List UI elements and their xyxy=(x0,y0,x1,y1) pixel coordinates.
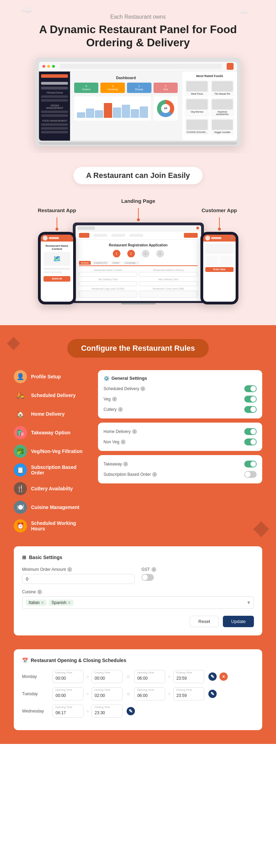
hero-section: Each Restaurant owns A Dynamic Restauran… xyxy=(0,0,276,153)
tag-spanish-remove[interactable]: × xyxy=(68,600,71,605)
toggle-cutlery[interactable] xyxy=(244,406,257,413)
feature-takeaway: 🛍️ Takeaway Option xyxy=(14,426,90,439)
hero-subtitle: Each Restaurant owns xyxy=(21,14,255,20)
info-subscription[interactable]: i xyxy=(152,472,157,477)
toggle-subscription[interactable] xyxy=(244,471,257,478)
toggle-veg[interactable] xyxy=(244,396,257,403)
schedule-card: 📅 Restaurant Opening & Closing Schedules… xyxy=(14,649,262,730)
pie-mock: 85 xyxy=(154,96,178,121)
field-input-3[interactable] xyxy=(79,281,137,286)
feature-icon-veg: 🥦 xyxy=(14,445,27,458)
info-non-veg[interactable]: i xyxy=(121,440,126,444)
day-wednesday: Wednesday xyxy=(22,709,50,714)
info-veg[interactable]: i xyxy=(112,397,117,402)
cloud-icon-2: ☁️ xyxy=(239,7,248,16)
tuesday-slot-1-open: Opening Time xyxy=(52,687,83,700)
feature-text-veg: Veg/Non-Veg Filtration xyxy=(31,449,82,454)
label-open-1: Opening Time xyxy=(55,671,72,674)
most-rated-title: Most Rated Foods xyxy=(185,74,234,78)
sidebar-section-label-2: ORDER MANAGEMENT xyxy=(41,104,68,109)
toggle-home-delivery[interactable] xyxy=(244,428,257,435)
basic-settings-header: ⊞ Basic Settings xyxy=(22,555,254,560)
decor-element-1: ◆ xyxy=(7,332,20,352)
arrow-customer xyxy=(219,217,220,228)
info-takeaway[interactable]: i xyxy=(123,462,128,466)
customer-app-label: Customer App xyxy=(201,207,237,213)
bar-7 xyxy=(131,109,139,117)
field-input-6[interactable] xyxy=(139,291,198,298)
home-delivery-label-text: Home Delivery xyxy=(103,429,131,434)
info-scheduled-delivery[interactable]: i xyxy=(140,386,145,391)
features-list: 👤 Profile Setup 🛵 Scheduled Delivery 🏠 H… xyxy=(14,370,90,532)
customer-app-column: Customer App 🛒 xyxy=(200,207,238,304)
form-title-mock: Restaurant Registration Application xyxy=(79,243,198,247)
configure-title-wrap: Configure the Restaurant Rules xyxy=(7,339,269,358)
laptop-screen-area: PROMOTIONS ORDER MANAGEMENT FOOD MANAGEM… xyxy=(39,62,237,141)
info-gst[interactable]: i xyxy=(151,567,156,572)
field-input-4[interactable] xyxy=(139,281,198,286)
scheduled-delivery-label-text: Scheduled Delivery xyxy=(103,386,139,391)
monday-close-1-wrap: Closing Time xyxy=(91,670,122,683)
field-label-5: Restaurant Logo (max 512KB) xyxy=(79,287,137,290)
toggle-scheduled-delivery[interactable] xyxy=(244,385,257,392)
field-logo-wrap: Restaurant Logo (max 512KB) xyxy=(79,287,137,298)
label-non-veg: Non Veg i xyxy=(103,440,126,444)
info-cutlery[interactable]: i xyxy=(118,407,123,412)
wednesday-open-1-wrap: Opening Time xyxy=(52,705,83,718)
landing-page-column: Landing Page xyxy=(73,198,204,304)
field-min-wrap: Min Delivery Time xyxy=(79,278,137,286)
cuisine-tags-input[interactable]: Italian × Spanish × ▾ xyxy=(22,596,254,609)
settings-icon: ⚙️ xyxy=(103,376,109,381)
general-title-text: General Settings xyxy=(111,376,147,381)
landing-laptop-mockup: Restaurant Registration Application 1 2 … xyxy=(73,223,204,301)
feature-icon-cuisine: 🍽️ xyxy=(14,501,27,514)
field-input-1[interactable] xyxy=(79,272,137,277)
tue-label-close-2: Closing Time xyxy=(176,688,192,691)
info-cuisine[interactable]: i xyxy=(37,589,42,594)
row-scheduled-delivery: Scheduled Delivery i xyxy=(103,385,257,392)
feature-icon-profile: 👤 xyxy=(14,370,27,383)
cloud-icon-1: ☁️ xyxy=(21,3,33,15)
reset-button[interactable]: Reset xyxy=(190,616,219,627)
min-order-input[interactable] xyxy=(22,574,135,584)
tab-mock xyxy=(78,226,95,230)
stat-cooking: 3Cooking xyxy=(100,83,125,93)
field-input-5[interactable] xyxy=(79,291,137,298)
feature-veg: 🥦 Veg/Non-Veg Filtration xyxy=(14,445,90,458)
decor-element-2: ◆ xyxy=(253,515,269,539)
bar-5 xyxy=(113,107,121,118)
toggle-takeaway[interactable] xyxy=(244,461,257,468)
monday-edit-btn[interactable]: ✎ xyxy=(208,672,217,681)
bar-6 xyxy=(122,105,130,118)
url-bar xyxy=(60,64,222,69)
toggle-gst[interactable] xyxy=(141,574,154,581)
label-subscription: Subscription Based Order i xyxy=(103,472,157,477)
info-min-order[interactable]: i xyxy=(67,567,72,572)
wednesday-edit-btn[interactable]: ✎ xyxy=(127,707,135,715)
field-label-3: Min Delivery Time xyxy=(79,278,137,281)
tuesday-edit-btn[interactable]: ✎ xyxy=(208,690,217,698)
home-delivery-card: Home Delivery i Non Veg i xyxy=(98,423,262,451)
info-home-delivery[interactable]: i xyxy=(132,429,137,434)
tuesday-open-2-wrap: Opening Time xyxy=(134,687,165,700)
general-settings-card: ⚙️ General Settings Scheduled Delivery i… xyxy=(98,370,262,418)
step-4: 4 xyxy=(156,250,164,257)
min-order-label: Minimum Order Amount i xyxy=(22,567,135,572)
bar-2 xyxy=(86,108,94,118)
field-input-2[interactable] xyxy=(139,272,198,277)
tue-label-open-1: Opening Time xyxy=(55,688,72,691)
separator-slots: ○ xyxy=(127,673,130,680)
registration-form: Restaurant Registration Application 1 2 … xyxy=(76,240,201,301)
laptop-nav-bar: Restaurant Registration Application 1 2 … xyxy=(76,225,201,301)
feature-text-cuisine: Cuisine Management xyxy=(31,504,79,510)
monday-remove-btn[interactable]: × xyxy=(219,672,228,681)
row-cutlery: Cutlery i xyxy=(103,406,257,413)
subscription-label-text: Subscription Based Order xyxy=(103,472,151,477)
form-tabs: Default English(US) Arabic Language... xyxy=(79,261,198,266)
step-2: 2 xyxy=(127,250,135,257)
tuesday-slot-2-open: Opening Time xyxy=(134,687,165,700)
update-button[interactable]: Update xyxy=(223,616,254,627)
min-order-label-text: Minimum Order Amount xyxy=(22,567,66,572)
toggle-non-veg[interactable] xyxy=(244,438,257,445)
tag-italian-remove[interactable]: × xyxy=(41,600,44,605)
